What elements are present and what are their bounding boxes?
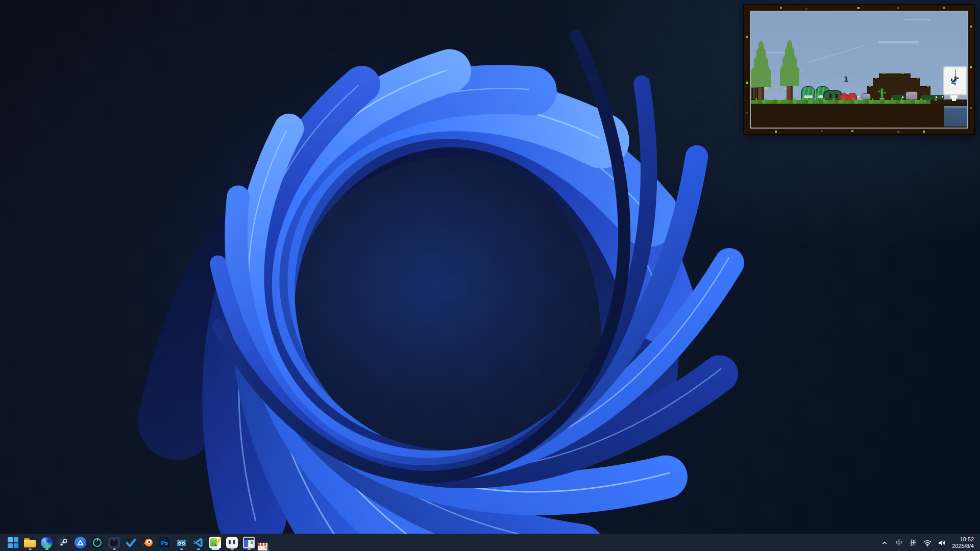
hidden-icons-chevron[interactable] [878,535,891,550]
pine-tree [780,39,799,102]
cloud [904,19,930,20]
bush-dot [942,96,943,97]
photoshop-icon: Ps [159,537,170,548]
frame-speck [851,130,853,132]
wifi-icon [923,538,932,547]
frame-speck [821,130,823,132]
app-window-icon [243,537,255,548]
checkmark-icon [125,537,137,548]
fishing-hook-icon [949,69,962,89]
taskbar-app-todo[interactable] [123,535,139,550]
blender-icon [142,537,154,548]
taskbar-app-godot[interactable] [174,535,189,550]
taskbar: Ps [0,534,980,551]
speech-bubble [943,66,967,95]
wallpaper-bloom [107,26,750,541]
game-window[interactable]: 1 [743,4,975,135]
clock-date: 2025/8/4 [952,543,974,549]
dirt-mound [879,73,911,79]
moss-speck [927,85,929,87]
moss-speck [869,85,871,87]
frame-speck [746,112,748,114]
particle [775,87,777,88]
taskbar-app-photoshop[interactable]: Ps [157,535,173,550]
taskbar-app-cat[interactable] [106,535,122,550]
taskbar-app-utools[interactable] [224,535,240,550]
game-viewport: 1 [750,11,968,129]
dirt-mound [873,78,920,87]
moss-speck [875,77,877,79]
frame-speck [970,107,972,109]
volume-button[interactable] [936,535,948,550]
frame-speck [746,36,748,38]
clock[interactable]: 18:52 2025/8/4 [950,536,976,549]
plug-icon [226,537,238,548]
frame-speck [923,131,925,133]
cloud-drive-icon [75,537,86,548]
item-counter: 1 [844,75,848,83]
network-button[interactable] [921,535,934,550]
moss-speck [902,72,904,74]
vscode-icon [192,537,204,548]
frame-speck [805,8,807,10]
bush-dot [936,96,937,98]
speaker-icon [937,538,946,547]
game-scene: 1 [751,12,967,128]
moss-speck [883,72,885,74]
frame-speck [970,66,972,68]
frame-speck [943,7,945,9]
folder-icon [24,538,36,547]
frame-speck [897,7,899,9]
taskbar-app-blender[interactable] [140,535,156,550]
frame-speck [780,7,782,9]
desktop: { "wallpaper": { "name": "windows-11-blo… [0,0,980,551]
godot-icon [176,537,187,548]
ime-language-indicator[interactable]: 中 [893,535,905,550]
taskbar-app-file-explorer[interactable] [22,535,38,550]
water-pool [944,106,967,127]
cloud [878,41,919,43]
taskbar-app-window[interactable] [241,535,257,550]
cactus-arm [878,90,880,92]
pixel-mini-icon[interactable] [257,542,268,551]
clock-time: 18:52 [952,536,974,543]
taskbar-app-edge[interactable] [39,535,55,550]
chevron-up-icon [880,539,889,547]
sparkle [857,96,859,97]
taskbar-app-photo-editor[interactable] [207,535,223,550]
steam-icon [58,537,69,548]
ime-mode-indicator[interactable]: 拼 [907,535,919,550]
taskbar-app-recorder[interactable] [89,535,105,550]
recorder-icon [91,537,103,548]
dirt-ground [751,104,967,128]
system-tray: 中 拼 18:52 2025/8/4 [878,534,980,551]
cat-icon [108,537,120,548]
frame-speck [746,82,748,84]
start-button[interactable] [5,535,21,550]
taskbar-app-vscode[interactable] [190,535,206,550]
taskbar-app-steam[interactable] [56,535,71,550]
photo-editor-icon [209,537,221,548]
moss-speck [917,77,919,79]
faint-trail [808,45,865,63]
frame-speck [970,26,972,28]
frame-speck [897,131,899,133]
bubble-tail [952,98,956,101]
frame-speck [775,131,777,133]
photoshop-glyph: Ps [161,540,168,546]
taskbar-app-cloud-drive[interactable] [72,535,88,550]
windows-logo-icon [8,537,18,548]
cactus-arm [884,92,886,94]
edge-browser-icon [41,537,53,548]
bush-dot [902,96,903,98]
moss-speck [935,99,937,101]
frame-speck [857,7,860,9]
taskbar-apps: Ps [0,535,257,550]
